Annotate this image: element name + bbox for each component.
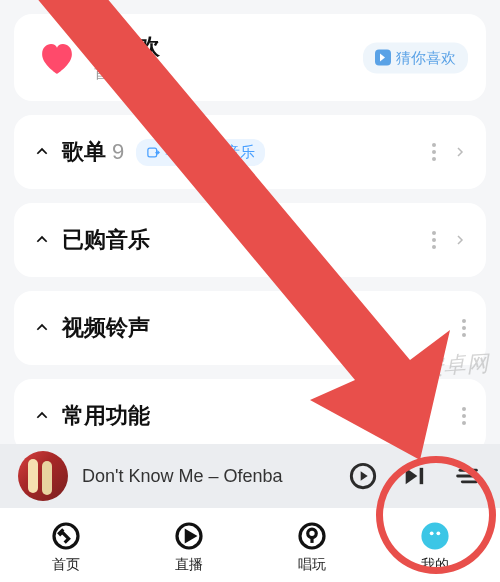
chevron-up-icon <box>34 232 50 248</box>
chevron-up-icon <box>34 320 50 336</box>
import-external-music-button[interactable]: 导入外部音乐 <box>136 139 265 166</box>
play-button[interactable] <box>348 461 378 491</box>
mine-icon <box>418 519 452 553</box>
like-sub: 首 <box>94 64 160 83</box>
nav-live[interactable]: 直播 <box>127 519 250 574</box>
more-icon[interactable] <box>462 319 466 337</box>
like-card[interactable]: 我喜欢 首 猜你喜欢 <box>14 14 486 101</box>
row-playlist[interactable]: 歌单 9 导入外部音乐 <box>14 115 486 189</box>
import-label: 导入外部音乐 <box>165 143 255 162</box>
svg-marker-3 <box>406 468 418 484</box>
row-tools[interactable]: 常用功能 <box>14 379 486 453</box>
svg-marker-10 <box>186 531 194 540</box>
svg-rect-4 <box>420 468 424 484</box>
nav-label: 直播 <box>175 556 203 574</box>
row-count: 9 <box>112 139 124 165</box>
bottom-nav: 首页 直播 唱玩 我的 <box>0 508 500 582</box>
more-icon[interactable] <box>432 143 436 161</box>
nav-label: 我的 <box>421 556 449 574</box>
mic-icon <box>295 519 329 553</box>
svg-point-13 <box>423 524 447 548</box>
player-bar[interactable]: Don't Know Me – Ofenba <box>0 444 500 508</box>
next-button[interactable] <box>400 461 430 491</box>
live-icon <box>172 519 206 553</box>
row-title: 已购音乐 <box>62 225 150 255</box>
track-title: Don't Know Me – Ofenba <box>82 466 326 487</box>
nav-changwan[interactable]: 唱玩 <box>250 519 373 574</box>
svg-marker-2 <box>361 471 368 480</box>
heart-icon <box>34 35 80 81</box>
svg-rect-0 <box>148 148 157 157</box>
like-title: 我喜欢 <box>94 32 160 62</box>
nav-label: 唱玩 <box>298 556 326 574</box>
row-title: 常用功能 <box>62 401 150 431</box>
row-purchased[interactable]: 已购音乐 <box>14 203 486 277</box>
svg-point-15 <box>436 531 440 535</box>
more-icon[interactable] <box>432 231 436 249</box>
playlist-button[interactable] <box>452 461 482 491</box>
row-title: 歌单 <box>62 137 106 167</box>
nav-label: 首页 <box>52 556 80 574</box>
album-art[interactable] <box>18 451 68 501</box>
row-title: 视频铃声 <box>62 313 150 343</box>
guess-you-like-button[interactable]: 猜你喜欢 <box>363 42 468 73</box>
chevron-right-icon <box>454 143 466 161</box>
home-icon <box>49 519 83 553</box>
play-square-icon <box>375 50 391 66</box>
svg-point-12 <box>307 529 316 538</box>
chevron-right-icon <box>454 231 466 249</box>
chevron-up-icon <box>34 408 50 424</box>
nav-mine[interactable]: 我的 <box>373 519 496 574</box>
row-video-ring[interactable]: 视频铃声 <box>14 291 486 365</box>
import-icon <box>146 145 161 160</box>
nav-home[interactable]: 首页 <box>4 519 127 574</box>
more-icon[interactable] <box>462 407 466 425</box>
svg-point-14 <box>429 531 433 535</box>
chevron-up-icon <box>34 144 50 160</box>
guess-label: 猜你喜欢 <box>396 48 456 67</box>
